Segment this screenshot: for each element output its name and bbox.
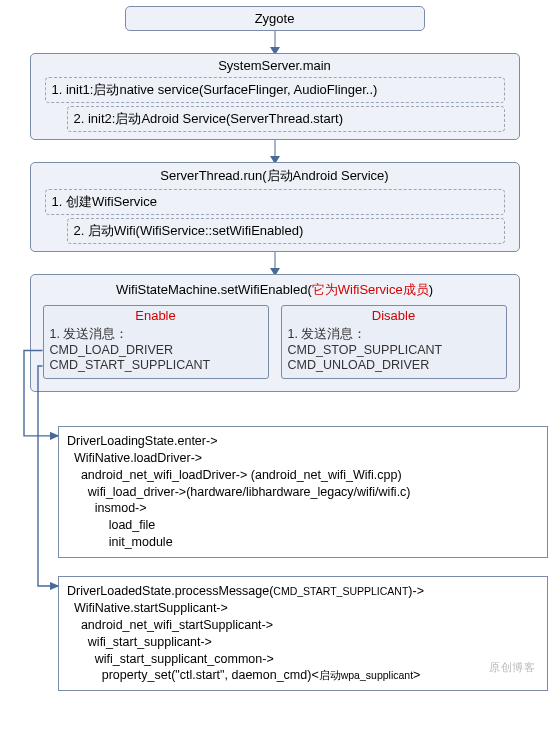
arrow-2 <box>30 140 520 162</box>
wsm-title-red: 它为WifiService成员 <box>312 282 429 297</box>
driverloaded-final-small: 启动wpa_supplicant <box>319 669 413 681</box>
enable-body: 1. 发送消息： CMD_LOAD_DRIVER CMD_START_SUPPL… <box>44 325 268 378</box>
zygote-title: Zygote <box>255 11 295 26</box>
serverthread-box: ServerThread.run(启动Android Service) 1. 创… <box>30 162 520 252</box>
watermark: 原创博客 <box>489 660 535 675</box>
arrow-3 <box>30 252 520 274</box>
wsm-title-suffix: ) <box>429 282 433 297</box>
driverloading-box: DriverLoadingState.enter-> WifiNative.lo… <box>58 426 548 558</box>
serverthread-title: ServerThread.run(启动Android Service) <box>39 167 511 185</box>
systemserver-title: SystemServer.main <box>39 58 511 73</box>
disable-cmd-stop-supplicant: CMD_STOP_SUPPLICANT <box>288 343 500 359</box>
driverloaded-line1-small: CMD_START_SUPPLICANT <box>273 585 408 597</box>
disable-cmd-unload-driver: CMD_UNLOAD_DRIVER <box>288 358 500 374</box>
enable-header: Enable <box>44 306 268 325</box>
serverthread-step1: 1. 创建WifiService <box>45 189 505 215</box>
wifistatemachine-title: WifiStateMachine.setWifiEnabled(它为WifiSe… <box>37 281 513 299</box>
driverloaded-line1-suffix: )-> <box>408 584 424 598</box>
disable-body: 1. 发送消息： CMD_STOP_SUPPLICANT CMD_UNLOAD_… <box>282 325 506 378</box>
systemserver-step1: 1. init1:启动native service(SurfaceFlinger… <box>45 77 505 103</box>
enable-cmd-load-driver: CMD_LOAD_DRIVER <box>50 343 262 359</box>
driverloaded-box: DriverLoadedState.processMessage(CMD_STA… <box>58 576 548 691</box>
systemserver-box: SystemServer.main 1. init1:启动native serv… <box>30 53 520 140</box>
disable-column: Disable 1. 发送消息： CMD_STOP_SUPPLICANT CMD… <box>281 305 507 379</box>
enable-cmd-start-supplicant: CMD_START_SUPPLICANT <box>50 358 262 374</box>
wsm-title-prefix: WifiStateMachine.setWifiEnabled( <box>116 282 312 297</box>
driverloading-text: DriverLoadingState.enter-> WifiNative.lo… <box>67 434 411 549</box>
enable-column: Enable 1. 发送消息： CMD_LOAD_DRIVER CMD_STAR… <box>43 305 269 379</box>
serverthread-step2: 2. 启动Wifi(WifiService::setWifiEnabled) <box>67 218 505 244</box>
driverloaded-final-suffix: > <box>413 668 420 682</box>
driverloaded-line1: DriverLoadedState.processMessage( <box>67 584 273 598</box>
enable-line1: 1. 发送消息： <box>50 327 262 343</box>
driverloaded-rest: WifiNative.startSupplicant-> android_net… <box>67 601 319 683</box>
disable-line1: 1. 发送消息： <box>288 327 500 343</box>
systemserver-step2: 2. init2:启动Adroid Service(ServerThread.s… <box>67 106 505 132</box>
arrow-1 <box>30 31 520 53</box>
zygote-box: Zygote <box>125 6 425 31</box>
wifistatemachine-box: WifiStateMachine.setWifiEnabled(它为WifiSe… <box>30 274 520 392</box>
disable-header: Disable <box>282 306 506 325</box>
